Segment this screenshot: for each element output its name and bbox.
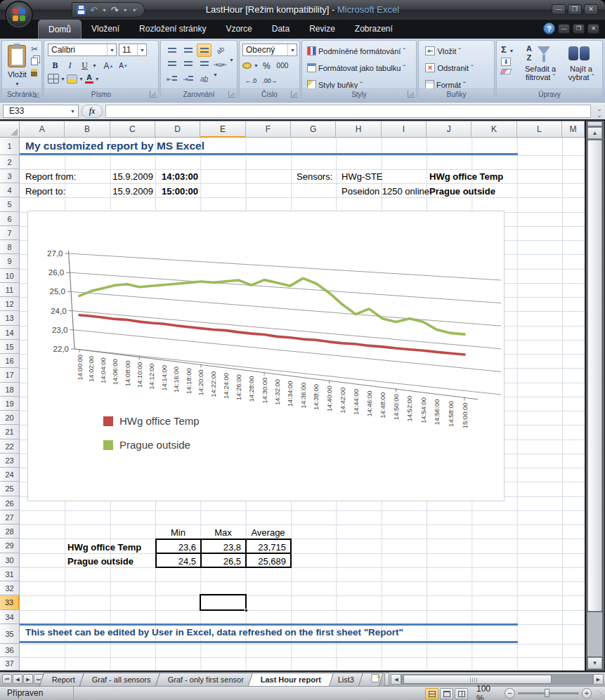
row-header-11[interactable]: 11 <box>0 283 20 297</box>
grow-font-button[interactable]: A▲ <box>101 59 116 72</box>
zoom-level[interactable]: 100 % <box>476 684 499 700</box>
copy-icon[interactable] <box>31 58 38 65</box>
row-header-26[interactable]: 26 <box>0 496 20 510</box>
cell-a3[interactable]: Report from: <box>25 171 76 182</box>
accounting-format-icon[interactable] <box>242 62 252 69</box>
cell-h4[interactable]: Poseidon 1250 online <box>341 186 429 197</box>
minimize-button[interactable]: — <box>552 4 566 15</box>
prev-sheet-icon[interactable]: ◀ <box>13 674 22 684</box>
row-header-2[interactable]: 2 <box>0 155 20 169</box>
cell-b30-label[interactable]: Prague outside <box>67 556 134 567</box>
row-header-8[interactable]: 8 <box>0 240 20 254</box>
cell-g3[interactable]: Sensors: <box>297 171 332 182</box>
cell-d28-header[interactable]: Min <box>156 527 200 538</box>
underline-dropdown-icon[interactable]: ▼ <box>92 63 97 68</box>
percent-style-button[interactable]: % <box>261 59 273 72</box>
conditional-formatting-button[interactable]: Podmíněné formátování ˇ <box>305 46 408 56</box>
insert-cells-button[interactable]: ⇤ Vložit ˇ <box>423 46 463 56</box>
column-header-J[interactable]: J <box>427 121 471 138</box>
workbook-restore-button[interactable]: ❐ <box>573 24 585 34</box>
font-color-dropdown-icon[interactable]: ▼ <box>95 77 100 81</box>
number-format-select[interactable]: Obecný▼ <box>242 44 297 56</box>
row-header-30[interactable]: 30 <box>0 553 20 567</box>
row-header-9[interactable]: 9 <box>0 254 20 269</box>
row-header-28[interactable]: 28 <box>0 524 20 539</box>
comma-style-button[interactable]: 000 <box>275 59 290 72</box>
row-header-20[interactable]: 20 <box>0 411 20 425</box>
column-header-C[interactable]: C <box>110 121 155 138</box>
tab-vlozeni[interactable]: Vložení <box>82 20 129 39</box>
shrink-font-button[interactable]: A▼ <box>116 59 131 72</box>
clipboard-dialog-launcher[interactable]: ◿ <box>33 91 40 98</box>
cell-d4[interactable]: 15:00:00 <box>156 186 198 197</box>
row-header-27[interactable]: 27 <box>0 510 20 524</box>
column-header-A[interactable]: A <box>20 121 65 138</box>
wrap-dropdown-icon[interactable]: ▼ <box>213 72 218 86</box>
row-header-16[interactable]: 16 <box>0 354 20 368</box>
column-header-B[interactable]: B <box>65 121 110 138</box>
chart-object[interactable]: 27,026,025,024,023,022,014:00:0014:02:00… <box>27 211 505 501</box>
accounting-dropdown-icon[interactable]: ▼ <box>254 63 259 68</box>
borders-button[interactable] <box>48 74 59 84</box>
scroll-up-icon[interactable]: ▲ <box>587 127 602 139</box>
expand-formula-bar-icon[interactable]: ⌄⌄ <box>594 105 605 118</box>
increase-decimal-button[interactable]: ←.0 <box>242 74 259 87</box>
tab-domu[interactable]: Domů <box>38 20 82 39</box>
styles-dialog-launcher[interactable]: ◿ <box>408 91 415 98</box>
font-name-select[interactable]: Calibri▼ <box>48 44 117 56</box>
cell-b29-label[interactable]: HWg office Temp <box>67 542 141 553</box>
cell-a35-note[interactable]: This sheet can be edited by User in Exce… <box>25 627 403 638</box>
zoom-out-icon[interactable]: − <box>505 688 514 699</box>
column-header-K[interactable]: K <box>471 121 516 138</box>
align-center-button[interactable] <box>181 58 195 71</box>
find-select-button[interactable]: Najít a vybrat ˇ <box>563 44 599 81</box>
wrap-text-button[interactable]: ab̲ <box>197 72 212 86</box>
scroll-right-icon[interactable]: ▶ <box>593 674 604 685</box>
cell-e28-header[interactable]: Max <box>201 527 245 538</box>
tab-zobrazeni[interactable]: Zobrazení <box>345 20 403 39</box>
row-header-12[interactable]: 12 <box>0 297 20 311</box>
italic-button[interactable]: I <box>63 59 77 72</box>
fill-color-dropdown-icon[interactable]: ▼ <box>79 77 84 81</box>
row-header-23[interactable]: 23 <box>0 454 20 468</box>
row-header-18[interactable]: 18 <box>0 383 20 397</box>
row-header-37[interactable]: 37 <box>0 657 20 671</box>
scroll-left-icon[interactable]: ◀ <box>391 674 401 685</box>
page-break-view-button[interactable] <box>455 688 468 699</box>
row-header-17[interactable]: 17 <box>0 368 20 383</box>
selected-cell-e33[interactable] <box>200 594 247 611</box>
align-right-button[interactable] <box>197 58 212 71</box>
row-header-21[interactable]: 21 <box>0 425 20 440</box>
insert-worksheet-tab[interactable] <box>358 673 384 686</box>
column-header-D[interactable]: D <box>155 121 200 138</box>
row-header-14[interactable]: 14 <box>0 326 20 340</box>
office-button[interactable] <box>5 1 33 29</box>
row-header-25[interactable]: 25 <box>0 482 20 496</box>
bold-button[interactable]: B <box>48 59 63 72</box>
legend-item-2[interactable]: Prague outside <box>103 439 190 451</box>
sheet-tab-graf-all-sensors[interactable]: Graf - all sensors <box>79 673 164 686</box>
align-top-button[interactable] <box>164 44 179 57</box>
fill-handle[interactable] <box>245 609 248 612</box>
cell-c3[interactable]: 15.9.2009 <box>111 171 153 182</box>
row-header-5[interactable]: 5 <box>0 197 20 212</box>
fill-button[interactable]: ⬇ <box>501 58 511 66</box>
insert-function-button[interactable]: fx <box>82 105 103 118</box>
cell-a1-title[interactable]: My customized report by MS Excel <box>25 140 204 152</box>
page-layout-view-button[interactable] <box>440 688 453 699</box>
cut-icon[interactable]: ✂ <box>31 44 38 54</box>
align-bottom-button[interactable] <box>197 44 212 57</box>
legend-item-1[interactable]: HWg office Temp <box>103 415 200 427</box>
sheet-tab-graf-first-sensor[interactable]: Graf - only first sensor <box>155 673 256 686</box>
column-header-G[interactable]: G <box>291 121 336 138</box>
font-color-icon[interactable]: A <box>85 74 93 84</box>
cell-j3[interactable]: HWg office Temp <box>429 171 503 182</box>
tab-data[interactable]: Data <box>262 20 299 39</box>
column-header-M[interactable]: M <box>562 121 585 138</box>
row-header-3[interactable]: 3 <box>0 169 20 183</box>
next-sheet-icon[interactable]: ▶ <box>23 674 33 684</box>
row-header-4[interactable]: 4 <box>0 183 20 197</box>
decrease-indent-button[interactable]: ⇤ <box>164 72 179 86</box>
tab-vzorce[interactable]: Vzorce <box>216 20 261 39</box>
column-header-E[interactable]: E <box>200 121 245 138</box>
